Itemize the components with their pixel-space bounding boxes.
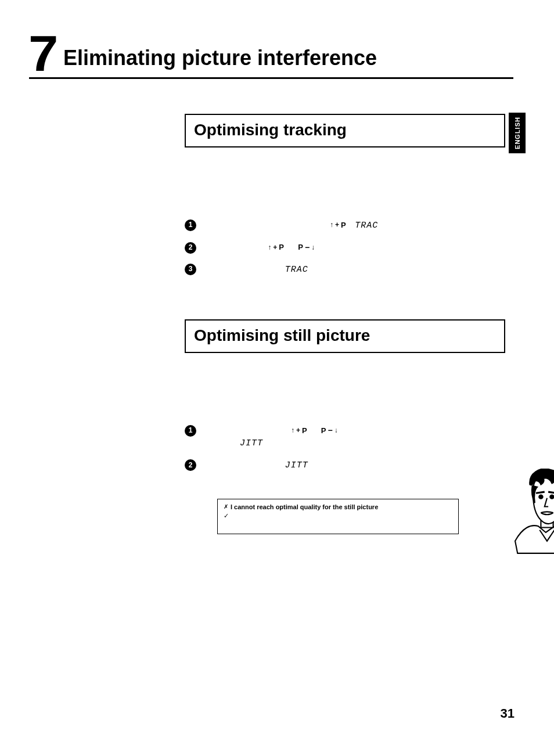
tip-box: ✗ I cannot reach optimal quality for the… [217, 499, 459, 534]
problem-mark-icon: ✗ [224, 503, 228, 512]
manual-page: 7 Eliminating picture interference ENGLI… [0, 0, 554, 534]
tracking-intro: The tracking feature is set to automatic… [185, 177, 505, 199]
step-text: is shown on the display. [382, 220, 467, 229]
chapter-header: 7 Eliminating picture interference [29, 34, 513, 74]
step-bullet: 2 [185, 242, 196, 254]
step-text: is shown on the display. [267, 438, 352, 447]
step-text: will disappear from the display. [312, 460, 422, 469]
button-up-plus-p-icon: +P [291, 426, 307, 437]
step-bullet: 3 [185, 264, 196, 275]
tip-region: ✗ I cannot reach optimal quality for the… [217, 499, 505, 534]
step-text: After a few seconds [210, 264, 284, 273]
still-step-2: 2 After a few seconds JITT will disappea… [185, 459, 505, 472]
chapter-rule [29, 77, 513, 79]
step-text: or [287, 243, 297, 252]
display-trac: TRAC [285, 265, 308, 275]
step-text: During playback, press and hold [210, 220, 329, 229]
chapter-title: Eliminating picture interference [63, 46, 377, 74]
chapter-number: 7 [28, 34, 56, 74]
button-p-minus-down-icon: P− [321, 426, 338, 437]
button-up-plus-p-icon: +P [268, 242, 284, 253]
solution-mark-icon: ✓ [224, 512, 229, 529]
page-number: 31 [501, 706, 515, 721]
tracking-step-3: 3 After a few seconds TRAC will disappea… [185, 263, 505, 288]
step-text: or [311, 426, 320, 435]
svg-point-0 [539, 495, 542, 498]
language-tab: ENGLISH [509, 113, 526, 153]
button-up-plus-p-icon: +P [330, 220, 346, 231]
step-text: Press and hold [210, 243, 267, 252]
display-jitt: JITT [240, 438, 263, 448]
still-intro: If the still picture jitters vertically … [185, 382, 505, 405]
step-text: until the stripes have disappeared. [318, 243, 442, 252]
section-heading-tracking: Optimising tracking [185, 114, 505, 147]
tip-problem: I cannot reach optimal quality for the s… [231, 503, 378, 512]
section-heading-still: Optimising still picture [185, 319, 505, 353]
mascot-illustration [510, 469, 554, 555]
step-bullet: 2 [185, 459, 196, 471]
step-text: . [349, 220, 354, 229]
language-tab-label: ENGLISH [514, 117, 521, 149]
tip-solution: Please note that the quality depends on … [231, 512, 452, 529]
content-column: Optimising tracking The tracking feature… [185, 114, 505, 534]
step-text: For still picture, press [210, 426, 290, 435]
step-text: After a few seconds [210, 460, 284, 469]
display-trac: TRAC [355, 221, 378, 231]
display-jitt: JITT [285, 460, 308, 470]
section-still: Optimising still picture If the still pi… [185, 319, 505, 534]
step-bullet: 1 [185, 219, 196, 231]
still-step-1: 1 For still picture, press +P or P− to s… [185, 424, 505, 449]
step-bullet: 1 [185, 425, 196, 437]
tracking-step-2: 2 Press and hold +P or P− until the stri… [185, 242, 505, 254]
button-p-minus-down-icon: P− [298, 242, 315, 253]
tracking-step-1: 1 During playback, press and hold +P . T… [185, 219, 505, 232]
svg-point-1 [550, 495, 553, 498]
